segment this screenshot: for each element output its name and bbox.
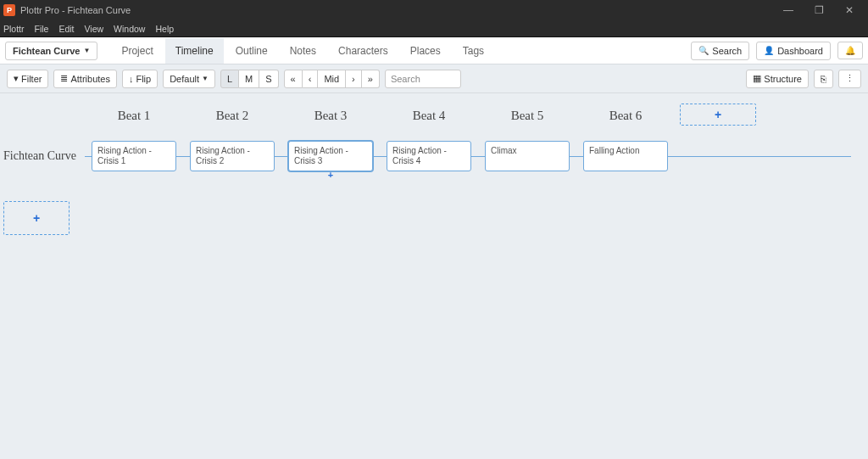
menu-edit[interactable]: Edit bbox=[58, 24, 74, 34]
beat-header[interactable]: Beat 3 bbox=[281, 104, 380, 135]
scene-card[interactable]: Rising Action - Crisis 3 + bbox=[288, 141, 373, 171]
beat-header[interactable]: Beat 5 bbox=[478, 104, 576, 135]
beat-header[interactable]: Beat 4 bbox=[380, 104, 478, 135]
nav-first[interactable]: « bbox=[284, 70, 303, 88]
scene-card[interactable]: Climax bbox=[485, 141, 570, 171]
plotline-row: Fichtean Curve Rising Action - Crisis 1 … bbox=[0, 135, 868, 177]
zoom-group: L M S bbox=[220, 70, 279, 88]
more-button[interactable]: ⋮ bbox=[838, 70, 861, 88]
flip-icon: ↓ bbox=[129, 74, 134, 84]
attributes-label: Attributes bbox=[70, 74, 109, 84]
user-icon: 👤 bbox=[764, 46, 774, 55]
nav-last[interactable]: » bbox=[362, 70, 380, 88]
timeline-search-input[interactable]: Search bbox=[385, 70, 461, 88]
default-dropdown[interactable]: Default ▼ bbox=[163, 70, 215, 88]
add-chapter-button[interactable]: + bbox=[680, 104, 756, 126]
filter-button[interactable]: ▾ Filter bbox=[7, 70, 48, 88]
flip-label: Flip bbox=[136, 74, 151, 84]
nav-prev[interactable]: ‹ bbox=[303, 70, 319, 88]
beats-header-row: Beat 1 Beat 2 Beat 3 Beat 4 Beat 5 Beat … bbox=[0, 104, 868, 135]
nav-group: « ‹ Mid › » bbox=[284, 70, 380, 88]
search-button[interactable]: 🔍 Search bbox=[691, 42, 749, 60]
beat-header[interactable]: Beat 1 bbox=[85, 104, 183, 135]
window-title: Plottr Pro - Fichtean Curve bbox=[20, 5, 131, 15]
nav-mid[interactable]: Mid bbox=[318, 70, 346, 88]
search-icon: 🔍 bbox=[698, 46, 709, 55]
grid-icon: ▦ bbox=[753, 73, 761, 84]
document-name: Fichtean Curve bbox=[13, 46, 80, 56]
export-icon: ⎘ bbox=[821, 74, 826, 84]
structure-label: Structure bbox=[764, 74, 802, 84]
tab-notes[interactable]: Notes bbox=[280, 38, 326, 64]
beat-header[interactable]: Beat 6 bbox=[576, 104, 675, 135]
structure-button[interactable]: ▦ Structure bbox=[746, 70, 809, 88]
zoom-medium[interactable]: M bbox=[239, 70, 259, 88]
attributes-button[interactable]: ≣ Attributes bbox=[53, 70, 116, 88]
filter-icon: ▾ bbox=[14, 73, 19, 84]
nav-next[interactable]: › bbox=[346, 70, 362, 88]
zoom-large[interactable]: L bbox=[220, 70, 239, 88]
window-close-button[interactable]: ✕ bbox=[834, 4, 865, 16]
timeline-toolbar: ▾ Filter ≣ Attributes ↓ Flip Default ▼ L… bbox=[0, 64, 868, 93]
window-titlebar: P Plottr Pro - Fichtean Curve — ❐ ✕ bbox=[0, 0, 868, 20]
dashboard-button-label: Dashboard bbox=[777, 46, 823, 56]
app-icon: P bbox=[3, 4, 15, 16]
window-minimize-button[interactable]: — bbox=[773, 4, 804, 16]
document-dropdown[interactable]: Fichtean Curve ▼ bbox=[5, 42, 97, 60]
search-placeholder: Search bbox=[391, 74, 420, 84]
flip-button[interactable]: ↓ Flip bbox=[122, 70, 158, 88]
tab-project[interactable]: Project bbox=[111, 38, 163, 64]
scene-card[interactable]: Rising Action - Crisis 4 bbox=[387, 141, 471, 171]
menu-help[interactable]: Help bbox=[155, 24, 174, 34]
nav-tabs: Project Timeline Outline Notes Character… bbox=[111, 38, 494, 64]
menu-file[interactable]: File bbox=[35, 24, 49, 34]
notifications-button[interactable]: 🔔 bbox=[837, 42, 863, 59]
dashboard-button[interactable]: 👤 Dashboard bbox=[756, 42, 831, 60]
bell-icon: 🔔 bbox=[845, 46, 855, 55]
more-icon: ⋮ bbox=[845, 73, 854, 84]
scene-card[interactable]: Rising Action - Crisis 1 bbox=[92, 141, 176, 171]
timeline-canvas: Beat 1 Beat 2 Beat 3 Beat 4 Beat 5 Beat … bbox=[0, 93, 868, 235]
tab-timeline[interactable]: Timeline bbox=[165, 38, 224, 64]
top-nav: Fichtean Curve ▼ Project Timeline Outlin… bbox=[0, 37, 868, 64]
beat-header[interactable]: Beat 2 bbox=[183, 104, 281, 135]
zoom-small[interactable]: S bbox=[259, 70, 278, 88]
scene-card-text: Rising Action - Crisis 3 bbox=[294, 146, 348, 165]
add-plotline-button[interactable]: + bbox=[3, 201, 70, 235]
card-row: Rising Action - Crisis 1 Rising Action -… bbox=[85, 141, 675, 171]
chevron-down-icon: ▼ bbox=[202, 75, 209, 82]
menu-plottr[interactable]: Plottr bbox=[3, 24, 25, 34]
tab-tags[interactable]: Tags bbox=[453, 38, 494, 64]
tab-outline[interactable]: Outline bbox=[225, 38, 278, 64]
plotline-name[interactable]: Fichtean Curve bbox=[0, 149, 85, 163]
export-button[interactable]: ⎘ bbox=[814, 70, 833, 88]
menu-window[interactable]: Window bbox=[114, 24, 145, 34]
menu-view[interactable]: View bbox=[85, 24, 104, 34]
filter-label: Filter bbox=[21, 74, 42, 84]
scene-card[interactable]: Falling Action bbox=[583, 141, 668, 171]
scene-card[interactable]: Rising Action - Crisis 2 bbox=[190, 141, 275, 171]
search-button-label: Search bbox=[712, 46, 742, 56]
list-icon: ≣ bbox=[60, 73, 68, 84]
tab-characters[interactable]: Characters bbox=[328, 38, 398, 64]
tab-places[interactable]: Places bbox=[400, 38, 451, 64]
window-maximize-button[interactable]: ❐ bbox=[804, 4, 834, 16]
default-label: Default bbox=[170, 74, 199, 84]
chevron-down-icon: ▼ bbox=[83, 47, 90, 54]
add-card-below-button[interactable]: + bbox=[328, 170, 333, 181]
menubar: Plottr File Edit View Window Help bbox=[0, 20, 868, 37]
